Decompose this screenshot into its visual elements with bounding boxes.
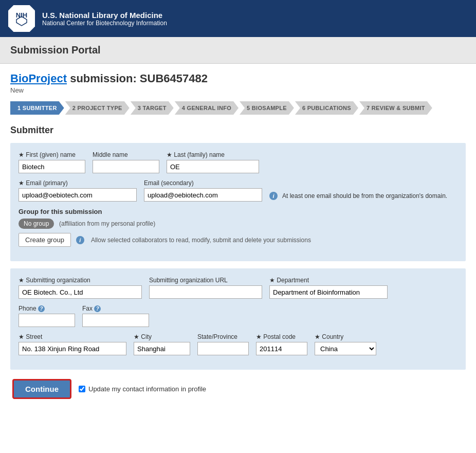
- portal-title: Submission Portal: [10, 44, 466, 56]
- city-label: ★ City: [134, 333, 190, 340]
- bioproject-link[interactable]: BioProject: [10, 72, 67, 85]
- org-input[interactable]: [19, 285, 142, 299]
- first-name-group: ★ First (given) name: [19, 151, 85, 173]
- no-group-badge: No group: [19, 219, 54, 229]
- email-info-icon: i: [269, 192, 278, 200]
- step-5-biosample[interactable]: 5 BIOSAMPLE: [240, 101, 294, 115]
- middle-name-input[interactable]: [93, 160, 159, 173]
- phone-info-icon: ?: [38, 305, 45, 312]
- update-checkbox[interactable]: [79, 386, 85, 392]
- step-2-project-type[interactable]: 2 PROJECT TYPE: [65, 101, 130, 115]
- department-label: ★ Department: [269, 277, 388, 284]
- last-name-input[interactable]: [167, 160, 259, 173]
- department-input[interactable]: [269, 285, 388, 299]
- steps-bar: 1 SUBMITTER 2 PROJECT TYPE 3 TARGET 4 GE…: [10, 101, 466, 115]
- city-group: ★ City: [134, 333, 190, 355]
- email-secondary-label: Email (secondary): [144, 179, 262, 187]
- last-name-group: ★ Last (family) name: [167, 151, 259, 173]
- country-group: ★ Country China United States Other: [315, 333, 376, 355]
- name-row: ★ First (given) name Middle name ★ Last …: [19, 151, 457, 173]
- org-url-label: Submitting organization URL: [149, 277, 262, 284]
- phone-group: Phone ?: [19, 305, 75, 327]
- email-secondary-input[interactable]: [144, 188, 262, 202]
- department-group: ★ Department: [269, 277, 388, 299]
- svg-text:NIH: NIH: [16, 11, 27, 19]
- state-input[interactable]: [197, 342, 249, 355]
- step-4-general-info[interactable]: 4 GENERAL INFO: [175, 101, 239, 115]
- step-1-submitter[interactable]: 1 SUBMITTER: [10, 101, 64, 115]
- street-input[interactable]: [19, 342, 126, 355]
- email-primary-group: ★ Email (primary): [19, 179, 137, 202]
- city-input[interactable]: [134, 342, 190, 355]
- email-primary-input[interactable]: [19, 188, 137, 202]
- postal-group: ★ Postal code: [256, 333, 307, 355]
- main-content: BioProject submission: SUB6457482 New 1 …: [0, 64, 476, 453]
- org-label: ★ Submitting organization: [19, 277, 142, 284]
- state-group: State/Province: [197, 333, 249, 355]
- step-3-target[interactable]: 3 TARGET: [131, 101, 174, 115]
- street-group: ★ Street: [19, 333, 126, 355]
- address-row: ★ Street ★ City State/Province ★ Postal …: [19, 333, 457, 355]
- email-row: ★ Email (primary) Email (secondary) i At…: [19, 179, 457, 202]
- nih-header: NIH U.S. National Library of Medicine Na…: [0, 0, 476, 37]
- middle-name-label: Middle name: [93, 151, 159, 158]
- update-checkbox-row: Update my contact information in profile: [79, 385, 206, 393]
- first-name-label: ★ First (given) name: [19, 151, 85, 158]
- create-group-row: Create group i Allow selected collaborat…: [19, 233, 457, 247]
- phone-input[interactable]: [19, 314, 75, 327]
- submitter-form-section: ★ First (given) name Middle name ★ Last …: [10, 143, 466, 261]
- page-title: BioProject submission: SUB6457482: [10, 72, 466, 85]
- portal-bar: Submission Portal: [0, 37, 476, 64]
- last-name-label: ★ Last (family) name: [167, 151, 259, 158]
- street-label: ★ Street: [19, 333, 126, 340]
- middle-name-group: Middle name: [93, 151, 159, 173]
- fax-group: Fax ?: [82, 305, 149, 327]
- nih-header-text: U.S. National Library of Medicine Nation…: [42, 11, 167, 27]
- org-url-input[interactable]: [149, 285, 262, 299]
- group-section: Group for this submission No group (affi…: [19, 208, 457, 247]
- phone-fax-row: Phone ? Fax ?: [19, 305, 457, 327]
- nih-logo: NIH: [8, 5, 35, 32]
- org-group: ★ Submitting organization: [19, 277, 142, 299]
- postal-label: ★ Postal code: [256, 333, 307, 340]
- allow-text: Allow selected collaborators to read, mo…: [91, 237, 311, 244]
- affil-text: (affiliation from my personal profile): [59, 220, 155, 227]
- fax-label: Fax ?: [82, 305, 149, 312]
- email-secondary-group: Email (secondary): [144, 179, 262, 202]
- footer-row: Continue Update my contact information i…: [10, 379, 466, 399]
- state-label: State/Province: [197, 333, 249, 340]
- first-name-input[interactable]: [19, 160, 85, 173]
- org-url-group: Submitting organization URL: [149, 277, 262, 299]
- org-row: ★ Submitting organization Submitting org…: [19, 277, 457, 299]
- fax-input[interactable]: [82, 314, 149, 327]
- center-name: National Center for Biotechnology Inform…: [42, 20, 167, 27]
- group-info-icon: i: [76, 236, 84, 244]
- org-name: U.S. National Library of Medicine: [42, 11, 167, 20]
- group-label: Group for this submission: [19, 208, 457, 215]
- country-select[interactable]: China United States Other: [315, 342, 376, 355]
- email-primary-label: ★ Email (primary): [19, 179, 137, 187]
- create-group-button[interactable]: Create group: [19, 233, 71, 247]
- step-6-publications[interactable]: 6 PUBLICATIONS: [295, 101, 358, 115]
- country-label: ★ Country: [315, 333, 376, 340]
- bottom-form-section: ★ Submitting organization Submitting org…: [10, 268, 466, 370]
- update-checkbox-label: Update my contact information in profile: [88, 385, 206, 393]
- fax-info-icon: ?: [94, 305, 101, 312]
- postal-input[interactable]: [256, 342, 307, 355]
- continue-button[interactable]: Continue: [12, 379, 71, 399]
- page-subtitle: New: [10, 86, 466, 94]
- email-info-text: At least one email should be from the or…: [282, 192, 447, 200]
- section-title: Submitter: [10, 125, 466, 136]
- phone-label: Phone ?: [19, 305, 75, 312]
- step-7-review-submit[interactable]: 7 REVIEW & SUBMIT: [359, 101, 432, 115]
